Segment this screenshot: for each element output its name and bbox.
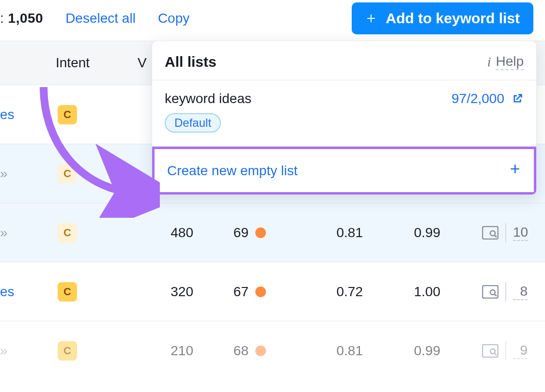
kd-cell: 69: [193, 225, 266, 241]
expand-chevron-icon[interactable]: »: [0, 166, 8, 181]
competition-cell: 0.99: [363, 343, 440, 359]
keyword-fragment[interactable]: es: [0, 107, 15, 122]
info-icon: i: [487, 54, 491, 70]
serp-icon-button[interactable]: [440, 344, 498, 358]
table-row[interactable]: es C 320 67 0.72 1.00 8: [0, 262, 545, 321]
dropdown-title: All lists: [165, 54, 217, 70]
divider: [505, 341, 506, 361]
column-volume-partial[interactable]: V: [138, 55, 147, 71]
external-link-icon: [511, 92, 524, 105]
intent-badge: C: [58, 223, 77, 242]
column-intent[interactable]: Intent: [56, 55, 111, 71]
svg-point-1: [490, 231, 495, 236]
table-row[interactable]: » C 480 69 0.81 0.99 10: [0, 203, 545, 262]
svg-point-7: [490, 349, 495, 354]
list-count-link[interactable]: 97/2,000: [452, 91, 524, 106]
plus-icon: [509, 163, 521, 179]
volume-cell: 320: [77, 284, 193, 300]
divider: [505, 223, 506, 242]
serp-preview-icon: [482, 344, 498, 358]
intent-badge: C: [58, 164, 77, 183]
table-row[interactable]: » C 210 68 0.81 0.99 9: [0, 321, 545, 380]
kd-cell: 67: [193, 284, 266, 300]
toolbar: : 1,050 Deselect all Copy Add to keyword…: [0, 0, 545, 41]
cpc-cell: 0.81: [266, 343, 363, 359]
list-name: keyword ideas: [165, 91, 251, 106]
results-count[interactable]: 9: [513, 343, 528, 359]
serp-icon-button[interactable]: [440, 285, 498, 299]
expand-chevron-icon[interactable]: »: [0, 343, 8, 359]
default-badge: Default: [165, 113, 221, 133]
svg-point-4: [490, 290, 495, 295]
intent-badge: C: [58, 105, 77, 124]
selected-count: : 1,050: [0, 11, 43, 26]
kd-cell: 68: [193, 343, 266, 359]
cpc-cell: 0.81: [266, 225, 363, 241]
results-count[interactable]: 10: [513, 225, 528, 241]
cpc-cell: 0.72: [266, 284, 363, 300]
serp-icon-button[interactable]: [440, 226, 498, 240]
copy-link[interactable]: Copy: [158, 11, 189, 26]
competition-cell: 0.99: [363, 225, 440, 241]
difficulty-dot-icon: [255, 286, 266, 297]
svg-line-2: [495, 235, 497, 237]
volume-cell: 210: [77, 343, 193, 359]
add-to-keyword-list-button[interactable]: Add to keyword list: [352, 2, 533, 34]
expand-chevron-icon[interactable]: »: [0, 225, 8, 241]
keyword-list-dropdown: All lists i Help keyword ideas 97/2,000 …: [152, 41, 537, 195]
serp-preview-icon: [482, 285, 498, 299]
difficulty-dot-icon: [255, 227, 266, 238]
volume-cell: 480: [77, 225, 193, 241]
intent-badge: C: [58, 282, 77, 302]
difficulty-dot-icon: [255, 346, 266, 356]
keyword-fragment[interactable]: es: [0, 284, 15, 300]
plus-icon: [365, 13, 377, 24]
competition-cell: 1.00: [363, 284, 440, 300]
serp-preview-icon: [482, 226, 498, 240]
intent-badge: C: [58, 341, 77, 361]
svg-line-5: [495, 294, 497, 296]
keyword-list-item[interactable]: keyword ideas 97/2,000 Default: [152, 80, 536, 147]
svg-line-8: [495, 353, 497, 355]
deselect-all-link[interactable]: Deselect all: [65, 11, 136, 26]
results-count[interactable]: 8: [513, 284, 528, 300]
help-link[interactable]: i Help: [487, 54, 524, 70]
divider: [505, 282, 506, 302]
create-new-list-button[interactable]: Create new empty list: [152, 147, 536, 195]
